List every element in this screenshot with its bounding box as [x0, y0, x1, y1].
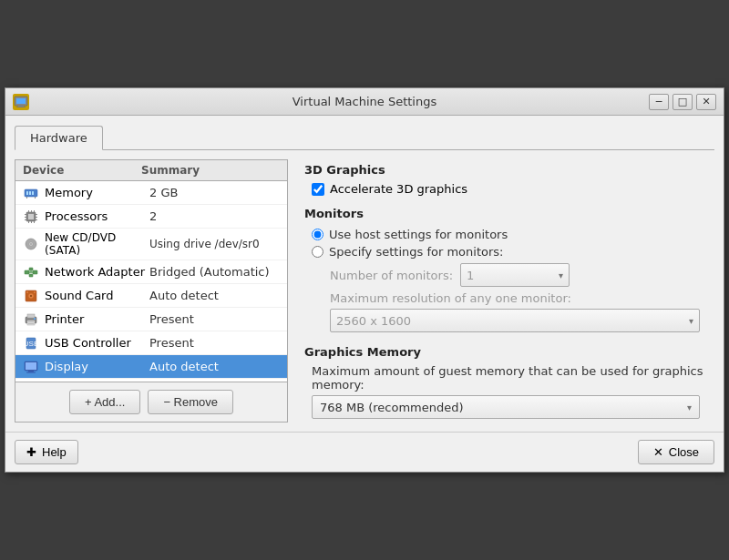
close-dialog-button[interactable]: ✕ Close [638, 440, 714, 464]
tab-hardware[interactable]: Hardware [15, 126, 103, 150]
display-icon [23, 359, 39, 375]
svg-rect-12 [25, 214, 26, 215]
radio-host[interactable] [312, 229, 323, 240]
svg-rect-50 [26, 372, 36, 372]
device-table-header: Device Summary [15, 160, 287, 181]
cdrom-icon [23, 236, 39, 252]
svg-rect-19 [31, 210, 32, 212]
radio-specify-row: Specify settings for monitors: [304, 243, 707, 260]
num-monitors-value: 1 [467, 269, 474, 282]
device-row-soundcard[interactable]: Sound Card Auto detect [15, 284, 287, 308]
radio-host-label[interactable]: Use host settings for monitors [329, 228, 508, 241]
col-device-header: Device [23, 164, 141, 177]
device-row-network[interactable]: Network Adapter Bridged (Automatic) [15, 260, 287, 284]
device-row-printer[interactable]: Printer Present [15, 308, 287, 331]
window-body: Hardware Device Summary [5, 116, 724, 432]
titlebar: Virtual Machine Settings − □ ✕ [5, 88, 724, 116]
accelerate-checkbox[interactable] [312, 183, 324, 196]
svg-text:USB: USB [24, 340, 38, 348]
device-row-processors[interactable]: Processors 2 [15, 205, 287, 229]
device-name-network: Network Adapter [45, 265, 149, 279]
num-monitors-row: Number of monitors: 1 ▾ [323, 260, 707, 290]
processors-icon [23, 209, 39, 225]
svg-rect-23 [34, 221, 35, 223]
device-name-soundcard: Sound Card [45, 289, 149, 302]
device-summary-soundcard: Auto detect [149, 289, 219, 302]
close-label: Close [669, 445, 699, 459]
radio-specify-label[interactable]: Specify settings for monitors: [329, 245, 503, 259]
bottom-bar: ✚ Help ✕ Close [5, 432, 724, 472]
svg-rect-16 [36, 217, 37, 218]
max-resolution-label-row: Maximum resolution of any one monitor: [323, 290, 707, 307]
printer-icon [23, 311, 39, 328]
graphics-memory-arrow: ▾ [687, 402, 692, 412]
graphics-memory-section: Graphics Memory Maximum amount of guest … [304, 345, 707, 419]
svg-point-37 [26, 291, 28, 293]
minimize-button[interactable]: − [649, 94, 669, 110]
svg-rect-14 [25, 219, 26, 220]
titlebar-left [13, 94, 29, 110]
soundcard-icon [23, 288, 39, 304]
svg-rect-18 [28, 210, 29, 212]
settings-panel: 3D Graphics Accelerate 3D graphics Monit… [297, 159, 714, 423]
svg-rect-6 [29, 191, 31, 195]
device-row-memory[interactable]: Memory 2 GB [15, 181, 287, 205]
close-x-icon: ✕ [653, 445, 663, 459]
device-name-memory: Memory [45, 186, 149, 199]
max-resolution-select-row: 2560 x 1600 ▾ [323, 307, 707, 334]
accelerate-row: Accelerate 3D graphics [304, 182, 707, 196]
max-resolution-select[interactable]: 2560 x 1600 ▾ [330, 309, 700, 332]
window-title: Virtual Machine Settings [293, 95, 436, 108]
svg-rect-32 [29, 274, 33, 277]
device-row-usb[interactable]: USB USB Controller Present [15, 331, 287, 355]
app-icon [13, 94, 29, 110]
svg-rect-15 [36, 214, 37, 215]
memory-icon [23, 185, 39, 201]
graphics-memory-description: Maximum amount of guest memory that can … [304, 364, 707, 392]
tab-bar: Hardware [15, 125, 714, 150]
svg-rect-43 [28, 323, 34, 324]
device-name-processors: Processors [45, 209, 149, 223]
device-buttons: + Add... − Remove [15, 382, 287, 422]
svg-rect-17 [36, 219, 37, 220]
content-area: Device Summary [15, 159, 714, 423]
network-icon [23, 264, 39, 280]
device-list: Memory 2 GB [15, 181, 287, 382]
svg-rect-28 [33, 270, 37, 274]
svg-rect-21 [28, 221, 29, 223]
remove-button[interactable]: − Remove [148, 390, 233, 414]
device-summary-network: Bridged (Automatic) [149, 265, 270, 279]
device-name-printer: Printer [45, 312, 149, 326]
radio-host-row: Use host settings for monitors [304, 226, 707, 243]
device-name-display: Display [45, 360, 149, 373]
close-button[interactable]: ✕ [696, 94, 716, 110]
help-button[interactable]: ✚ Help [15, 440, 78, 464]
device-panel: Device Summary [15, 159, 288, 423]
maximize-button[interactable]: □ [673, 94, 693, 110]
radio-specify[interactable] [312, 246, 323, 258]
device-summary-usb: Present [149, 336, 194, 350]
svg-rect-13 [25, 217, 26, 218]
accelerate-label[interactable]: Accelerate 3D graphics [330, 182, 467, 196]
num-monitors-select[interactable]: 1 ▾ [460, 263, 570, 287]
device-row-display[interactable]: Display Auto detect [15, 355, 287, 379]
svg-rect-11 [28, 214, 34, 219]
svg-point-44 [34, 318, 36, 320]
graphics-memory-value: 768 MB (recommended) [320, 401, 464, 414]
device-summary-processors: 2 [149, 209, 157, 223]
device-summary-cdrom: Using drive /dev/sr0 [149, 238, 260, 250]
monitors-section: Monitors Use host settings for monitors … [304, 207, 707, 334]
svg-rect-42 [28, 321, 34, 322]
svg-rect-49 [28, 371, 34, 372]
device-row-cdrom[interactable]: New CD/DVD (SATA) Using drive /dev/sr0 [15, 229, 287, 260]
svg-rect-8 [26, 197, 27, 199]
svg-point-38 [34, 291, 36, 293]
svg-point-36 [30, 295, 32, 297]
max-resolution-arrow: ▾ [689, 316, 693, 326]
num-monitors-label: Number of monitors: [330, 269, 453, 282]
svg-rect-40 [27, 314, 35, 318]
graphics-memory-select[interactable]: 768 MB (recommended) ▾ [312, 395, 700, 419]
add-button[interactable]: + Add... [69, 390, 140, 414]
graphics-section: 3D Graphics Accelerate 3D graphics [304, 163, 707, 196]
device-name-usb: USB Controller [45, 336, 149, 350]
